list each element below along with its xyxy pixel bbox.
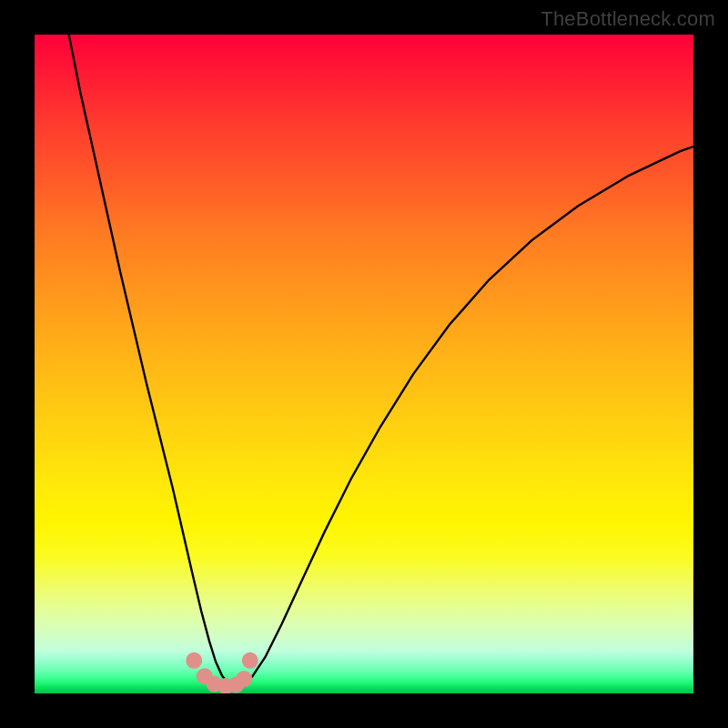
highlight-dot bbox=[236, 671, 252, 687]
highlight-dots bbox=[186, 652, 258, 693]
attribution-text: TheBottleneck.com bbox=[541, 7, 715, 31]
plot-area bbox=[35, 35, 693, 693]
curve-svg bbox=[35, 35, 693, 693]
curve-path bbox=[69, 35, 693, 685]
highlight-dot bbox=[242, 652, 258, 669]
outer-frame: TheBottleneck.com bbox=[0, 0, 728, 728]
bottleneck-curve bbox=[69, 35, 693, 685]
highlight-dot bbox=[186, 652, 202, 669]
